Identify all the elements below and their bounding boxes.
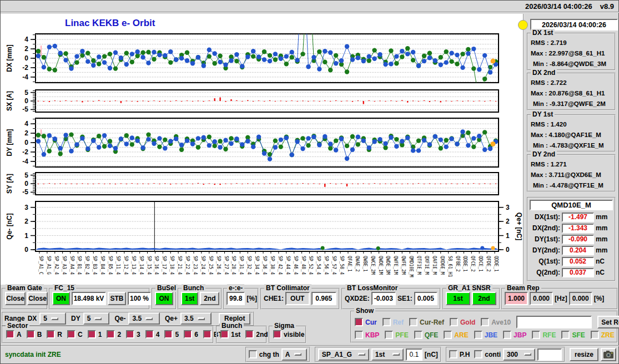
checkbox-label: 2nd <box>256 331 268 338</box>
checkbox-icon <box>145 330 154 338</box>
checkbox-label: C <box>78 331 83 338</box>
svg-text:QWAE_2: QWAE_2 <box>355 256 360 272</box>
stat-max: Max : 3.711@QXD6E_M <box>528 170 615 180</box>
show-checkbox-are[interactable]: ARE <box>444 331 468 339</box>
checkbox-icon <box>385 331 393 339</box>
sp-bunch-select[interactable]: 1st <box>371 348 404 361</box>
range-dx-select[interactable]: 5 <box>39 312 66 325</box>
status-checkbox-p-h[interactable]: P.H <box>449 350 470 358</box>
threshold-field[interactable]: 0.1 <box>406 348 422 361</box>
collimator-value-field[interactable]: 0.965 <box>311 292 336 305</box>
beam-rep-set-field[interactable]: 1.000 <box>505 292 528 305</box>
interval-select[interactable]: 300 <box>503 348 535 361</box>
svg-text:QXF1E_M: QXF1E_M <box>424 256 429 275</box>
show-checkbox-gold[interactable]: Gold <box>450 318 475 326</box>
show-checkbox-qfe[interactable]: QFE <box>414 331 439 339</box>
checkbox-icon <box>67 330 76 338</box>
snsr-2nd-button[interactable]: 2nd <box>472 292 496 305</box>
checkbox-icon <box>414 331 422 339</box>
chg-th-select[interactable]: A <box>281 348 307 361</box>
beam-gate-close-2-button[interactable]: Close <box>27 292 48 305</box>
svg-text:QTF1E_M: QTF1E_M <box>416 256 421 275</box>
fc15-on-button[interactable]: ON <box>52 292 70 305</box>
sector-checkbox-c[interactable]: C <box>67 330 83 338</box>
svg-text:0: 0 <box>24 246 28 254</box>
hz-unit-label: [Hz] <box>555 295 567 302</box>
status-checkbox-chg-th[interactable]: chg th <box>249 350 279 358</box>
sector-checkbox-3[interactable]: 3 <box>126 330 140 338</box>
ref-input[interactable] <box>516 316 592 328</box>
show-checkbox-cur-ref[interactable]: Cur-Ref <box>409 318 444 326</box>
snsr-1st-button[interactable]: 1st <box>446 292 470 305</box>
bunch-2nd-button[interactable]: 2nd <box>200 292 219 305</box>
beam-rep-hz-field[interactable]: 0.000 <box>530 292 553 305</box>
show-checkbox-pfe[interactable]: PFE <box>385 331 408 339</box>
svg-text:SP_11_4: SP_11_4 <box>115 256 120 275</box>
show-checkbox-ave10[interactable]: Ave10 <box>481 318 511 326</box>
dropdown-icon <box>294 353 301 356</box>
fc15-stb-button[interactable]: STB <box>108 292 126 305</box>
screenshot-button[interactable] <box>601 348 616 361</box>
range-qem-select[interactable]: 3.5 <box>128 312 160 325</box>
show-checkbox-jbp[interactable]: JBP <box>503 331 526 339</box>
svg-text:SP_58_4: SP_58_4 <box>339 256 344 275</box>
range-dy-select[interactable]: 5 <box>83 312 110 325</box>
range-dx-label: DX <box>28 315 37 322</box>
svg-text:0: 0 <box>24 54 28 62</box>
sp-monitor-select[interactable]: SP_A1_G <box>318 348 369 361</box>
fc15-percent-field[interactable]: 100 % <box>128 292 151 305</box>
titlebar-datetime: 2026/03/14 04:00:26 <box>525 2 592 11</box>
monitor-row-unit: mm <box>596 235 607 243</box>
range-qep-select[interactable]: 3.5 <box>180 312 212 325</box>
show-checkbox-cur[interactable]: Cur <box>355 318 377 326</box>
busel-on-button[interactable]: ON <box>155 292 173 305</box>
bunch-checkbox-2nd[interactable]: 2nd <box>245 330 268 338</box>
monitor-name: QMD10E_M <box>530 200 613 210</box>
status-checkbox-conti[interactable]: conti <box>474 350 501 358</box>
checkbox-icon <box>474 350 482 358</box>
interval-field[interactable] <box>537 348 562 361</box>
show-checkbox-kbp[interactable]: KBP <box>355 331 379 339</box>
checkbox-icon <box>245 330 254 338</box>
stat-max: Max : 20.876@S8_61_H1 <box>528 88 615 99</box>
svg-text:DY [mm]: DY [mm] <box>6 129 13 156</box>
sector-checkbox-4[interactable]: 4 <box>145 330 160 338</box>
show-checkbox-sfe[interactable]: SFE <box>561 331 585 339</box>
set-ref-button[interactable]: Set Ref <box>597 316 619 328</box>
checkbox-label: visible <box>284 331 304 338</box>
checkbox-label: SFE <box>572 331 585 339</box>
sector-checkbox-b[interactable]: B <box>27 330 42 338</box>
che1-status-field[interactable]: OUT <box>285 292 310 305</box>
sector-checkbox-6[interactable]: 6 <box>184 330 198 338</box>
svg-text:4: 4 <box>24 120 28 128</box>
bunch-checkbox-1st[interactable]: 1st <box>220 330 240 338</box>
bunch-1st-button[interactable]: 1st <box>181 292 198 305</box>
resize-button[interactable]: resize <box>570 348 598 361</box>
svg-text:Qe+ [nC]: Qe+ [nC] <box>515 213 523 240</box>
svg-text:SP_12_4: SP_12_4 <box>123 256 128 275</box>
show-checkbox-rfe[interactable]: RFE <box>532 331 556 339</box>
show-checkbox-ref[interactable]: Ref <box>383 318 404 326</box>
stats-dx-2nd: DX 2nd RMS : 2.722 Max : 20.876@S8_61_H1… <box>527 73 616 110</box>
beam-rep-pct-field[interactable]: 0.000 <box>569 292 592 305</box>
sector-checkbox-r[interactable]: R <box>47 330 62 338</box>
orbit-plots: 420-2-4DX [mm]50-5SX [A]420-2-4DY [mm]50… <box>1 14 523 285</box>
se1-field[interactable]: 0.005 <box>414 292 437 305</box>
ee-ratio-field[interactable]: 99.8 <box>227 292 245 305</box>
beam-gate-close-1-button[interactable]: Close <box>5 292 26 305</box>
show-checkbox-zre[interactable]: ZRE <box>591 331 615 339</box>
sigma-checkbox-visible[interactable]: visible <box>273 330 304 338</box>
show-checkbox-jbe[interactable]: JBE <box>474 331 497 339</box>
dropdown-icon <box>51 317 58 320</box>
sector-checkbox-5[interactable]: 5 <box>164 330 179 338</box>
sector-checkbox-a[interactable]: A <box>6 330 22 338</box>
svg-text:-2: -2 <box>22 148 28 156</box>
qxd2e-field[interactable]: -0.003 <box>371 292 396 305</box>
fc15-kv-field[interactable]: 18.498 kV <box>72 292 106 305</box>
sector-checkbox-1[interactable]: 1 <box>88 330 102 338</box>
svg-text:-5: -5 <box>22 105 28 113</box>
monitor-row-label: DY(1st): <box>530 235 560 243</box>
svg-text:QFDE_2: QFDE_2 <box>486 256 491 272</box>
sector-checkbox-2[interactable]: 2 <box>107 330 121 338</box>
svg-text:SP_48_4: SP_48_4 <box>301 256 306 275</box>
